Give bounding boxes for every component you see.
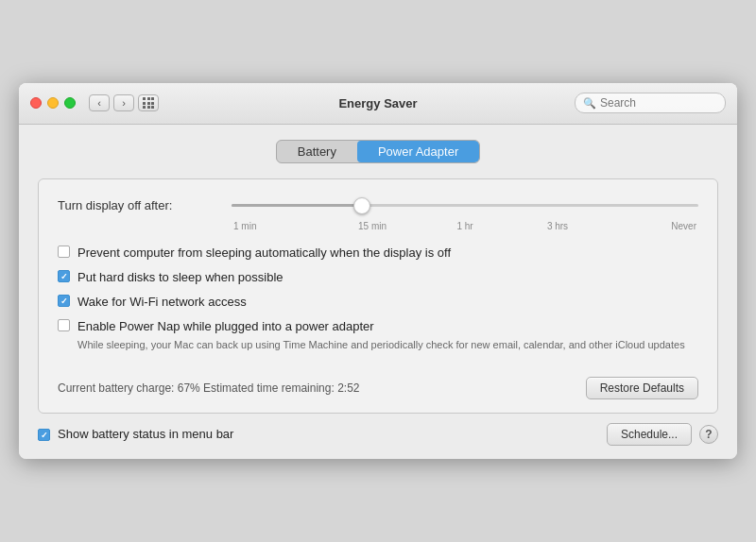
schedule-button[interactable]: Schedule... [607, 423, 692, 446]
titlebar: ‹ › Energy Saver 🔍 [19, 83, 737, 125]
tab-battery[interactable]: Battery [277, 141, 357, 162]
checkbox-battery-menubar[interactable] [38, 429, 50, 441]
tabs-row: Battery Power Adapter [38, 140, 718, 163]
close-button[interactable] [30, 97, 42, 109]
slider-track [232, 204, 698, 207]
checkbox-label-hard-disks: Put hard disks to sleep when possible [77, 269, 284, 286]
search-bar[interactable]: 🔍 [575, 93, 726, 113]
bottom-left: Show battery status in menu bar [38, 426, 233, 443]
grid-button[interactable] [138, 94, 159, 111]
checkbox-prevent[interactable] [58, 246, 70, 258]
restore-defaults-button[interactable]: Restore Defaults [586, 377, 698, 399]
checkbox-label-prevent: Prevent computer from sleeping automatic… [77, 245, 451, 262]
maximize-button[interactable] [64, 97, 76, 109]
nav-buttons: ‹ › [89, 94, 134, 111]
content-area: Battery Power Adapter Turn display off a… [19, 125, 737, 414]
minimize-button[interactable] [47, 97, 59, 109]
tab-group: Battery Power Adapter [276, 140, 480, 163]
grid-icon [143, 97, 154, 109]
tick-1hr: 1 hr [419, 221, 511, 231]
back-button[interactable]: ‹ [89, 94, 110, 111]
slider-filled [232, 204, 362, 207]
forward-button[interactable]: › [113, 94, 134, 111]
slider-thumb[interactable] [353, 197, 370, 214]
slider-ticks: 1 min 15 min 1 hr 3 hrs Never [58, 221, 698, 231]
checkbox-label-power-nap: Enable Power Nap while plugged into a po… [77, 318, 685, 352]
tick-3hrs: 3 hrs [511, 221, 604, 231]
main-window: ‹ › Energy Saver 🔍 Battery Power Adapter [19, 83, 737, 459]
window-title: Energy Saver [338, 96, 417, 110]
bottom-right: Schedule... ? [607, 423, 718, 446]
slider-label: Turn display off after: [58, 198, 218, 212]
traffic-lights [30, 97, 76, 109]
checkbox-label-wifi: Wake for Wi-Fi network access [77, 294, 247, 311]
status-text: Current battery charge: 67% Estimated ti… [58, 381, 360, 395]
tick-never: Never [604, 221, 696, 231]
help-button[interactable]: ? [699, 425, 718, 444]
checkbox-row-prevent: Prevent computer from sleeping automatic… [58, 245, 698, 262]
tick-15min: 15 min [326, 221, 419, 231]
tick-1min: 1 min [233, 221, 326, 231]
bottom-bar: Show battery status in menu bar Schedule… [19, 414, 737, 459]
checkbox-power-nap[interactable] [58, 319, 70, 331]
checkbox-row-power-nap: Enable Power Nap while plugged into a po… [58, 318, 698, 352]
tab-power-adapter[interactable]: Power Adapter [357, 141, 479, 162]
checkbox-row-wifi: Wake for Wi-Fi network access [58, 294, 698, 311]
settings-panel: Turn display off after: 1 min 15 min 1 h… [38, 178, 718, 414]
slider-row: Turn display off after: [58, 196, 698, 215]
checkbox-wifi[interactable] [58, 295, 70, 307]
status-row: Current battery charge: 67% Estimated ti… [58, 369, 698, 399]
search-input[interactable] [600, 96, 717, 110]
checkboxes: Prevent computer from sleeping automatic… [58, 245, 698, 352]
battery-menubar-label: Show battery status in menu bar [58, 426, 233, 443]
search-icon: 🔍 [583, 97, 596, 110]
slider-container [232, 196, 698, 215]
checkbox-row-hard-disks: Put hard disks to sleep when possible [58, 269, 698, 286]
checkbox-hard-disks[interactable] [58, 270, 70, 282]
